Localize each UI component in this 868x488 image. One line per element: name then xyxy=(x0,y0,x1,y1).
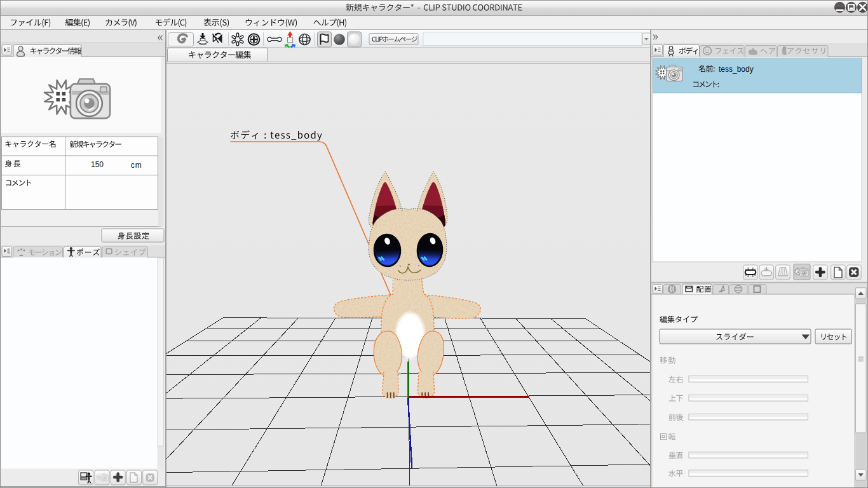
svg-text:tess_body: tess_body xyxy=(719,65,754,74)
svg-text:cm: cm xyxy=(131,161,142,170)
svg-text:150: 150 xyxy=(91,160,104,169)
